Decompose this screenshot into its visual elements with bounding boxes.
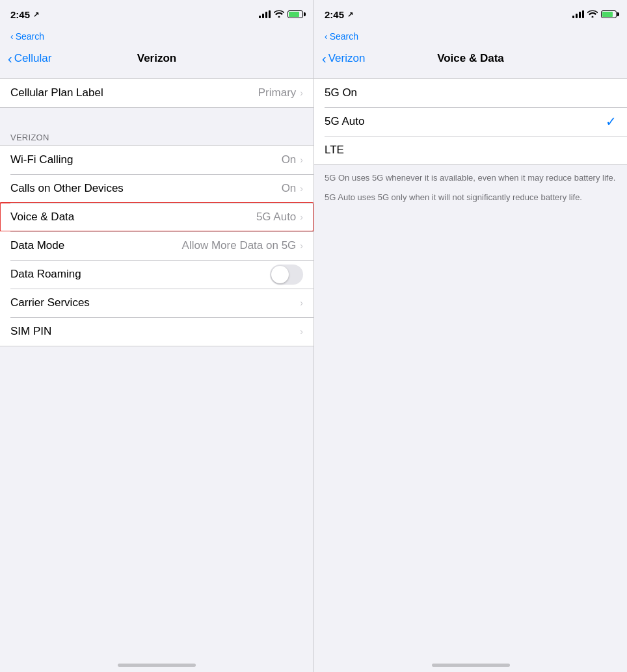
cellular-plan-value: Primary	[258, 86, 297, 99]
cellular-plan-chevron: ›	[300, 88, 303, 98]
verizon-back-label: Verizon	[328, 52, 366, 65]
wifi-calling-label: Wi-Fi Calling	[10, 153, 73, 166]
wifi-calling-chevron: ›	[300, 155, 303, 165]
sim-pin-label: SIM PIN	[10, 325, 51, 338]
data-mode-value: Allow More Data on 5G	[182, 239, 297, 252]
status-bar-left: 2:45 ↗	[0, 0, 314, 29]
data-mode-label: Data Mode	[10, 239, 64, 252]
verizon-back-button[interactable]: ‹ Verizon	[322, 52, 365, 65]
chevron-back-verizon: ‹	[322, 52, 327, 65]
voice-data-value-container: 5G Auto ›	[256, 211, 303, 224]
cellular-back-label: Cellular	[14, 52, 52, 65]
chevron-back-search-left: ‹	[10, 31, 14, 42]
carrier-services-row[interactable]: Carrier Services ›	[0, 289, 314, 317]
voice-data-row[interactable]: Voice & Data 5G Auto ›	[0, 203, 314, 231]
right-content: 5G On 5G Auto ✓ LTE 5G On uses 5G whenev…	[314, 73, 627, 672]
sub-nav-left: ‹ Search	[0, 29, 314, 44]
signal-icon-left	[259, 10, 271, 18]
voice-data-value: 5G Auto	[256, 211, 296, 224]
wifi-icon-left	[274, 10, 284, 19]
voice-data-label: Voice & Data	[10, 211, 74, 224]
calls-other-row[interactable]: Calls on Other Devices On ›	[0, 174, 314, 203]
5g-on-label: 5G On	[325, 86, 357, 99]
wifi-calling-value: On	[282, 153, 297, 166]
wifi-icon-right	[587, 10, 598, 19]
data-mode-value-container: Allow More Data on 5G ›	[182, 239, 303, 252]
lte-label: LTE	[325, 144, 344, 157]
wifi-calling-row[interactable]: Wi-Fi Calling On ›	[0, 146, 314, 174]
data-mode-row[interactable]: Data Mode Allow More Data on 5G ›	[0, 231, 314, 260]
carrier-services-value-container: ›	[300, 298, 303, 308]
home-indicator-left	[118, 664, 196, 667]
cellular-plan-label: Cellular Plan Label	[10, 86, 103, 99]
battery-icon-left	[287, 10, 303, 18]
nav-bar-right: ‹ Verizon Voice & Data	[314, 44, 627, 73]
gap-section	[0, 108, 314, 129]
gap-top-left	[0, 73, 314, 78]
sim-pin-row[interactable]: SIM PIN ›	[0, 317, 314, 346]
time-right: 2:45	[325, 9, 344, 20]
nav-bar-left: ‹ Cellular Verizon	[0, 44, 314, 73]
chevron-back-cellular: ‹	[8, 52, 12, 65]
chevron-back-search-right: ‹	[325, 31, 328, 42]
cellular-plan-value-container: Primary ›	[258, 86, 303, 99]
cellular-back-button[interactable]: ‹ Cellular	[8, 52, 51, 65]
lte-option[interactable]: LTE	[314, 136, 627, 164]
home-indicator-right	[432, 664, 510, 667]
5g-auto-label: 5G Auto	[325, 115, 364, 128]
5g-on-option[interactable]: 5G On	[314, 79, 627, 107]
description-5g-auto: 5G Auto uses 5G only when it will not si…	[325, 191, 617, 204]
right-panel: 2:45 ↗ ‹ Search	[314, 0, 627, 672]
time-left: 2:45	[10, 9, 30, 20]
calls-other-value-container: On ›	[282, 182, 303, 195]
calls-other-value: On	[282, 182, 297, 195]
sub-nav-right: ‹ Search	[314, 29, 627, 44]
description-block: 5G On uses 5G whenever it is available, …	[314, 165, 627, 216]
data-roaming-label: Data Roaming	[10, 268, 81, 281]
5g-auto-checkmark: ✓	[606, 114, 617, 129]
data-mode-chevron: ›	[300, 240, 303, 251]
data-roaming-toggle-knob	[271, 266, 289, 283]
carrier-services-label: Carrier Services	[10, 296, 90, 309]
signal-icon-right	[572, 10, 584, 18]
calls-other-label: Calls on Other Devices	[10, 182, 124, 195]
wifi-calling-value-container: On ›	[282, 153, 303, 166]
5g-auto-option[interactable]: 5G Auto ✓	[314, 107, 627, 136]
left-panel: 2:45 ↗ ‹ Search	[0, 0, 314, 672]
status-icons-right	[572, 10, 617, 19]
voice-data-options-group: 5G On 5G Auto ✓ LTE	[314, 78, 627, 165]
search-back-label-left: Search	[16, 31, 44, 42]
calls-other-chevron: ›	[300, 183, 303, 194]
status-time-right: 2:45 ↗	[325, 9, 353, 20]
status-time-left: 2:45 ↗	[10, 9, 39, 20]
carrier-services-chevron: ›	[300, 298, 303, 308]
search-back-label-right: Search	[330, 31, 358, 42]
description-5g-on: 5G On uses 5G whenever it is available, …	[325, 172, 617, 185]
sim-pin-chevron: ›	[300, 326, 303, 337]
data-roaming-row[interactable]: Data Roaming	[0, 260, 314, 289]
cellular-plan-group: Cellular Plan Label Primary ›	[0, 78, 314, 108]
voice-data-page-title: Voice & Data	[437, 52, 504, 65]
left-content: Cellular Plan Label Primary › VERIZON Wi…	[0, 73, 314, 672]
cellular-plan-row[interactable]: Cellular Plan Label Primary ›	[0, 79, 314, 107]
location-arrow-right: ↗	[347, 10, 353, 19]
verizon-rows-group: Wi-Fi Calling On › Calls on Other Device…	[0, 145, 314, 346]
gap-top-right	[314, 73, 627, 78]
voice-data-chevron: ›	[300, 212, 303, 222]
status-icons-left	[259, 10, 303, 19]
verizon-page-title: Verizon	[137, 52, 176, 65]
search-back-right[interactable]: ‹ Search	[325, 31, 358, 42]
search-back-left[interactable]: ‹ Search	[10, 31, 44, 42]
status-bar-right: 2:45 ↗	[314, 0, 627, 29]
battery-icon-right	[601, 10, 617, 18]
data-roaming-toggle[interactable]	[270, 265, 303, 285]
verizon-section-label: VERIZON	[0, 129, 314, 145]
location-arrow-left: ↗	[33, 10, 39, 19]
sim-pin-value-container: ›	[300, 326, 303, 337]
